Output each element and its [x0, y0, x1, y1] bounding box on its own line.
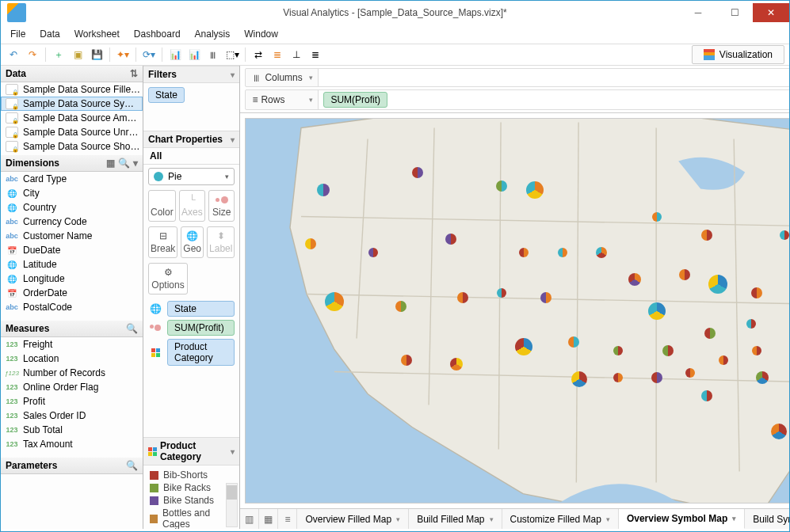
map-pie-marker[interactable]: [568, 336, 579, 348]
presentation-button[interactable]: ⊥: [288, 47, 304, 63]
data-panel-menu-icon[interactable]: ⇅: [130, 68, 138, 79]
legend-item[interactable]: Bike Stands: [150, 494, 233, 507]
prop-geo-button[interactable]: 🌐Geo: [181, 226, 204, 258]
map-pie-marker[interactable]: [719, 355, 728, 365]
refresh-button[interactable]: ⟳▾: [141, 47, 157, 63]
menu-worksheet[interactable]: Worksheet: [74, 28, 120, 40]
map-pie-marker[interactable]: [515, 338, 532, 355]
map-pie-marker[interactable]: [325, 292, 344, 311]
search-icon[interactable]: 🔍: [126, 460, 138, 471]
map-pie-marker[interactable]: [708, 275, 727, 294]
chevron-down-icon[interactable]: ▾: [732, 515, 736, 522]
map-pie-marker[interactable]: [571, 371, 587, 387]
legend-header[interactable]: Product Category▾: [143, 437, 239, 466]
shelf-pill-category[interactable]: Product Category: [167, 339, 235, 366]
legend-list[interactable]: Bib-ShortsBike RacksBike StandsBottles a…: [143, 466, 239, 529]
grid-icon[interactable]: ▦: [106, 158, 115, 169]
map-pie-marker[interactable]: [662, 345, 674, 356]
prop-options-button[interactable]: ⚙Options: [148, 263, 188, 294]
measure-item[interactable]: 123Online Order Flag: [1, 380, 143, 394]
legend-item[interactable]: Bottles and Cages: [150, 507, 233, 529]
map-pie-marker[interactable]: [613, 373, 623, 382]
map-pie-marker[interactable]: [628, 273, 641, 286]
map-pie-marker[interactable]: [457, 292, 468, 303]
map-pie-marker[interactable]: [519, 248, 529, 257]
prop-size-button[interactable]: Size: [208, 190, 235, 222]
mark-type-dropdown[interactable]: Pie ▾: [148, 168, 235, 185]
map-pie-marker[interactable]: [317, 184, 330, 196]
data-source-item[interactable]: Sample Data Source Am…: [1, 111, 143, 125]
legend-scrollbar[interactable]: [226, 483, 238, 527]
map-pie-marker[interactable]: [596, 247, 607, 258]
dimension-item[interactable]: 📅OrderDate: [1, 286, 143, 300]
worksheet-tab[interactable]: Overview Symbol Map▾: [619, 509, 745, 529]
chart-type-button[interactable]: ⫼: [205, 47, 221, 63]
worksheet-tab[interactable]: Build Filled Map▾: [409, 509, 502, 529]
measure-item[interactable]: ƒ123Number of Records: [1, 366, 143, 380]
shelf-pill-state[interactable]: State: [167, 301, 235, 317]
prop-break-button[interactable]: ⊟Break: [148, 226, 177, 258]
map-pie-marker[interactable]: [558, 248, 567, 257]
menu-data[interactable]: Data: [40, 28, 59, 40]
map-pie-marker[interactable]: [496, 180, 507, 192]
columns-shelf[interactable]: ⫼Columns ▾: [245, 68, 790, 87]
prop-color-button[interactable]: Color: [148, 190, 176, 222]
map-pie-marker[interactable]: [756, 371, 769, 384]
tab-list-icon[interactable]: ≡: [278, 509, 297, 529]
measure-item[interactable]: 123Profit: [1, 394, 143, 408]
map-pie-marker[interactable]: [540, 292, 551, 303]
more-button[interactable]: ≣: [307, 47, 323, 63]
measure-item[interactable]: 123Location: [1, 352, 143, 366]
rows-shelf[interactable]: ≡Rows ▾ SUM(Profit): [245, 89, 790, 110]
measure-item[interactable]: 123Sub Total: [1, 423, 143, 437]
chevron-down-icon[interactable]: ▾: [309, 74, 313, 82]
worksheet-tab[interactable]: Build Symbol Map▾: [745, 509, 790, 529]
menu-icon[interactable]: ▾: [133, 158, 138, 169]
map-pie-marker[interactable]: [305, 238, 316, 249]
worksheet-tab[interactable]: Customize Filled Map▾: [502, 509, 619, 529]
map-pie-marker[interactable]: [526, 181, 544, 199]
map-pie-marker[interactable]: [780, 230, 789, 240]
map-pie-marker[interactable]: [497, 288, 506, 298]
worksheet-tab[interactable]: Overview Filled Map▾: [297, 509, 409, 529]
map-pie-marker[interactable]: [651, 372, 662, 383]
map-pie-marker[interactable]: [412, 167, 423, 178]
measure-item[interactable]: 123Sales Order ID: [1, 408, 143, 423]
measure-item[interactable]: 123Freight: [1, 337, 143, 352]
data-source-item[interactable]: Sample Data Source Sy…: [1, 97, 143, 111]
rows-pill-profit[interactable]: SUM(Profit): [323, 92, 387, 108]
dimension-item[interactable]: 📅DueDate: [1, 243, 143, 257]
highlight-button[interactable]: ⬚▾: [224, 47, 240, 63]
data-source-item[interactable]: Sample Data Source Fille…: [1, 82, 143, 97]
chevron-down-icon[interactable]: ▾: [490, 515, 494, 523]
data-panel-header[interactable]: Data ⇅: [1, 66, 143, 82]
parameters-header[interactable]: Parameters 🔍: [1, 458, 143, 474]
open-button[interactable]: ▣: [70, 47, 86, 63]
chevron-down-icon[interactable]: ▾: [396, 515, 400, 523]
dimension-item[interactable]: abcCustomer Name: [1, 229, 143, 243]
measure-item[interactable]: 123Tax Amount: [1, 437, 143, 451]
filters-header[interactable]: Filters▾: [143, 66, 239, 83]
search-icon[interactable]: 🔍: [118, 158, 130, 169]
columns-dropzone[interactable]: [318, 69, 790, 86]
measures-header[interactable]: Measures 🔍: [1, 321, 143, 337]
shelf-pill-profit[interactable]: SUM(Profit): [167, 320, 235, 336]
dimension-item[interactable]: abcCurrency Code: [1, 215, 143, 229]
map-pie-marker[interactable]: [395, 301, 406, 312]
map-pie-marker[interactable]: [648, 302, 666, 320]
data-source-item[interactable]: Sample Data Source Unr…: [1, 125, 143, 139]
close-button[interactable]: ✕: [753, 3, 789, 22]
sort-desc-button[interactable]: 📊: [186, 47, 202, 63]
new-button[interactable]: ＋: [51, 47, 67, 63]
chart-properties-header[interactable]: Chart Properties▾: [143, 131, 239, 148]
map-pie-marker[interactable]: [401, 355, 412, 366]
menu-window[interactable]: Window: [244, 28, 278, 40]
map-pie-marker[interactable]: [445, 234, 456, 245]
menu-dashboard[interactable]: Dashboard: [134, 28, 181, 40]
filters-shelf[interactable]: State: [143, 83, 239, 131]
map-pie-marker[interactable]: [613, 346, 623, 355]
legend-item[interactable]: Bike Racks: [150, 481, 233, 494]
prop-label-button[interactable]: ⬍Label: [207, 226, 235, 258]
map-pie-marker[interactable]: [685, 368, 695, 378]
map-pie-marker[interactable]: [368, 248, 378, 257]
